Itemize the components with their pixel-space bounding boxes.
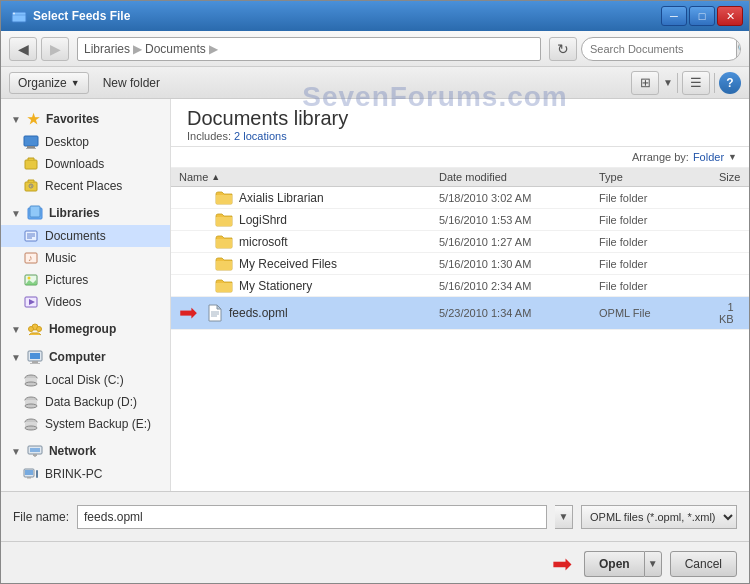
filename-input[interactable] — [77, 505, 547, 529]
computer-icon — [27, 349, 43, 365]
sidebar-item-documents[interactable]: Documents — [1, 225, 170, 247]
libraries-header[interactable]: ▼ Libraries — [1, 201, 170, 225]
favorites-chevron: ▼ — [11, 114, 21, 125]
file-list: Name ▲ Date modified Type Size Axialis L… — [171, 168, 749, 491]
filename-dropdown[interactable]: ▼ — [555, 505, 573, 529]
network-header[interactable]: ▼ Network — [1, 439, 170, 463]
favorites-label: Favorites — [46, 112, 99, 126]
table-row[interactable]: My Stationery 5/16/2010 2:34 AM File fol… — [171, 275, 749, 297]
arrange-value[interactable]: Folder — [693, 151, 724, 163]
filename-label: File name: — [13, 510, 69, 524]
maximize-button[interactable]: □ — [689, 6, 715, 26]
back-button[interactable]: ◀ — [9, 37, 37, 61]
homegroup-label: Homegroup — [49, 322, 116, 336]
search-box: 🔍 — [581, 37, 741, 61]
recent-places-icon — [23, 178, 39, 194]
favorites-icon: ★ — [27, 111, 40, 127]
computer-header[interactable]: ▼ Computer — [1, 345, 170, 369]
file-type-cell: File folder — [599, 280, 719, 292]
file-date-cell: 5/16/2010 1:30 AM — [439, 258, 599, 270]
help-button[interactable]: ? — [719, 72, 741, 94]
file-icon — [207, 304, 223, 322]
sidebar-item-downloads[interactable]: Downloads — [1, 153, 170, 175]
videos-label: Videos — [45, 295, 81, 309]
pictures-label: Pictures — [45, 273, 88, 287]
svg-rect-27 — [32, 361, 38, 363]
sidebar-item-brink-pc[interactable]: BRINK-PC — [1, 463, 170, 485]
folder-icon — [215, 190, 233, 205]
svg-rect-39 — [30, 448, 40, 452]
search-input[interactable] — [582, 43, 736, 55]
favorites-section: ▼ ★ Favorites Desktop Downloads — [1, 107, 170, 197]
network-section: ▼ Network BRINK-PC — [1, 439, 170, 485]
sidebar-item-recent-places[interactable]: Recent Places — [1, 175, 170, 197]
sidebar-item-local-disk-c[interactable]: Local Disk (C:) — [1, 369, 170, 391]
table-row[interactable]: microsoft 5/16/2010 1:27 AM File folder — [171, 231, 749, 253]
computer-label: Computer — [49, 350, 106, 364]
row-arrow-annotation: ➡ — [179, 300, 197, 326]
file-name-text: Axialis Librarian — [239, 191, 324, 205]
sidebar-item-desktop[interactable]: Desktop — [1, 131, 170, 153]
file-date-cell: 5/23/2010 1:34 AM — [439, 307, 599, 319]
sidebar-item-system-backup-e[interactable]: System Backup (E:) — [1, 413, 170, 435]
music-label: Music — [45, 251, 76, 265]
sidebar-item-videos[interactable]: Videos — [1, 291, 170, 313]
file-rows-container: Axialis Librarian 5/18/2010 3:02 AM File… — [171, 187, 749, 330]
address-bar[interactable]: Libraries ▶ Documents ▶ — [77, 37, 541, 61]
table-row[interactable]: LogiShrd 5/16/2010 1:53 AM File folder — [171, 209, 749, 231]
favorites-header[interactable]: ▼ ★ Favorites — [1, 107, 170, 131]
documents-label: Documents — [45, 229, 106, 243]
arrange-chevron: ▼ — [728, 152, 737, 162]
cancel-button[interactable]: Cancel — [670, 551, 737, 577]
locations-link[interactable]: 2 locations — [234, 130, 287, 142]
minimize-button[interactable]: ─ — [661, 6, 687, 26]
change-view-button[interactable]: ⊞ — [631, 71, 659, 95]
svg-rect-3 — [27, 146, 35, 148]
col-type-header[interactable]: Type — [599, 171, 719, 183]
svg-point-1 — [13, 13, 15, 15]
svg-point-23 — [28, 327, 33, 332]
search-button[interactable]: 🔍 — [736, 37, 741, 61]
col-date-header[interactable]: Date modified — [439, 171, 599, 183]
table-row[interactable]: ➡ feeds.opml 5/23/2010 1:34 AM OPML File… — [171, 297, 749, 330]
library-title: Documents library — [187, 107, 733, 130]
forward-button[interactable]: ▶ — [41, 37, 69, 61]
library-header: Documents library Includes: 2 locations — [171, 99, 749, 147]
downloads-icon — [23, 156, 39, 172]
folder-icon — [215, 234, 233, 249]
organize-button[interactable]: Organize ▼ — [9, 72, 89, 94]
col-name-header[interactable]: Name ▲ — [179, 171, 439, 183]
sidebar-item-pictures[interactable]: Pictures — [1, 269, 170, 291]
arrange-bar: Arrange by: Folder ▼ — [171, 147, 749, 168]
svg-rect-44 — [27, 477, 31, 479]
disk-e-icon — [23, 416, 39, 432]
system-backup-e-label: System Backup (E:) — [45, 417, 151, 431]
file-type-cell: File folder — [599, 236, 719, 248]
open-button-group: Open ▼ — [584, 551, 662, 577]
libraries-label: Libraries — [49, 206, 100, 220]
file-name-cell: Axialis Librarian — [179, 190, 439, 205]
open-dropdown-button[interactable]: ▼ — [644, 551, 662, 577]
filetype-select[interactable]: OPML files (*.opml, *.xml) — [581, 505, 737, 529]
file-name-text: My Stationery — [239, 279, 312, 293]
homegroup-section: ▼ Homegroup — [1, 317, 170, 341]
dropdown-arrow[interactable]: ▼ — [663, 77, 673, 88]
title-bar: Select Feeds File ─ □ ✕ — [1, 1, 749, 31]
arrange-label: Arrange by: — [632, 151, 689, 163]
refresh-button[interactable]: ↻ — [549, 37, 577, 61]
details-view-button[interactable]: ☰ — [682, 71, 710, 95]
file-name-cell: My Stationery — [179, 278, 439, 293]
sidebar-item-music[interactable]: ♪ Music — [1, 247, 170, 269]
sidebar-item-data-backup-d[interactable]: Data Backup (D:) — [1, 391, 170, 413]
homegroup-header[interactable]: ▼ Homegroup — [1, 317, 170, 341]
folder-icon — [215, 212, 233, 227]
file-name-text: feeds.opml — [229, 306, 288, 320]
col-size-header[interactable]: Size — [719, 171, 741, 183]
close-button[interactable]: ✕ — [717, 6, 743, 26]
svg-point-24 — [36, 327, 41, 332]
new-folder-button[interactable]: New folder — [97, 73, 166, 93]
table-row[interactable]: My Received Files 5/16/2010 1:30 AM File… — [171, 253, 749, 275]
table-row[interactable]: Axialis Librarian 5/18/2010 3:02 AM File… — [171, 187, 749, 209]
open-button[interactable]: Open — [584, 551, 644, 577]
brink-pc-label: BRINK-PC — [45, 467, 102, 481]
